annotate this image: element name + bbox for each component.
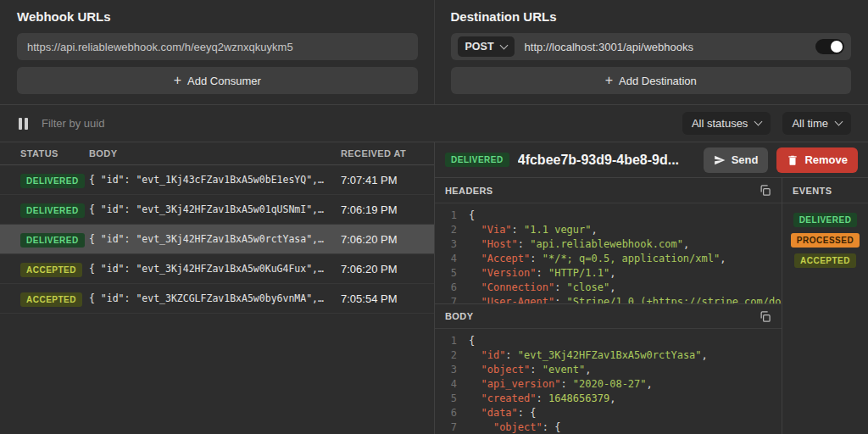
code-line: "id": "evt_3Kj42HFZav1BxA5w0rctYasa",: [435, 348, 782, 363]
code-line: "object": "event",: [435, 363, 782, 377]
webhook-urls-title: Webhook URLs: [17, 8, 418, 25]
events-column: EVENTS DELIVERED PROCESSED ACCEPTED: [782, 178, 868, 434]
requests-list: STATUS BODY RECEIVED AT DELIVERED { "id"…: [0, 142, 434, 434]
column-header-body: BODY: [89, 148, 341, 159]
table-row[interactable]: ACCEPTED { "id": "evt_3Kj42HFZav1BxA5w0K…: [0, 254, 434, 284]
events-section-header: EVENTS: [782, 178, 868, 203]
row-received-at: 7:06:20 PM: [341, 263, 434, 275]
row-received-at: 7:07:41 PM: [341, 174, 434, 186]
top-divider: [434, 0, 435, 104]
top-section: Webhook URLs https://api.reliablewebhook…: [0, 0, 868, 105]
filter-input[interactable]: [42, 117, 670, 130]
chevron-down-icon: [835, 118, 843, 126]
column-header-status: STATUS: [20, 148, 89, 159]
destination-row: POST http://localhost:3001/api/webhooks: [451, 33, 852, 60]
row-received-at: 7:05:54 PM: [341, 292, 434, 305]
status-badge: ACCEPTED: [20, 292, 82, 307]
destination-enabled-toggle[interactable]: [815, 39, 844, 54]
code-line: "Accept": "*/*; q=0.5, application/xml",: [435, 252, 782, 266]
headers-title: HEADERS: [445, 186, 493, 196]
events-title: EVENTS: [793, 186, 832, 196]
main-area: STATUS BODY RECEIVED AT DELIVERED { "id"…: [0, 142, 868, 434]
row-body-preview: { "id": "evt_3KZCGLFZav1BxA5w0by6vnMA",…: [89, 292, 341, 304]
column-header-received: RECEIVED AT: [341, 148, 434, 159]
destination-url-value: http://localhost:3001/api/webhooks: [525, 41, 807, 53]
event-badge: PROCESSED: [791, 233, 860, 248]
webhook-url-field[interactable]: https://api.reliablewebhook.com/h/eeyq2w…: [17, 33, 418, 60]
status-filter-value: All statuses: [692, 117, 748, 130]
code-line: "Version": "HTTP/1.1",: [435, 266, 782, 281]
remove-label: Remove: [804, 153, 848, 166]
code-line: "created": 1648656379,: [435, 392, 782, 406]
code-line: {: [435, 209, 782, 223]
send-button[interactable]: Send: [704, 147, 769, 173]
code-line: "Connection": "close",: [435, 281, 782, 295]
time-filter-value: All time: [792, 117, 828, 130]
webhook-urls-panel: Webhook URLs https://api.reliablewebhook…: [17, 8, 418, 94]
send-icon: [714, 154, 726, 166]
destination-urls-title: Destination URLs: [451, 8, 852, 25]
chevron-down-icon: [754, 118, 763, 126]
code-line: "Host": "api.reliablewebhook.com",: [435, 237, 782, 252]
headers-section-header: HEADERS: [435, 178, 782, 203]
request-detail-pane: DELIVERED 4fcbee7b-93d9-4be8-9d... Send …: [434, 142, 868, 434]
trash-icon: [787, 154, 798, 166]
code-line: "object": {: [435, 420, 782, 434]
detail-header: DELIVERED 4fcbee7b-93d9-4be8-9d... Send …: [435, 142, 868, 178]
code-line: "data": {: [435, 406, 782, 420]
table-row-selected[interactable]: DELIVERED { "id": "evt_3Kj42HFZav1BxA5w0…: [0, 225, 434, 254]
status-badge: ACCEPTED: [20, 263, 82, 277]
event-badge: ACCEPTED: [794, 253, 856, 268]
status-filter-dropdown[interactable]: All statuses: [682, 112, 771, 135]
copy-headers-button[interactable]: [759, 184, 771, 197]
row-body-preview: { "id": "evt_3Kj42HFZav1BxA5w0rctYasa",…: [89, 233, 341, 245]
table-row[interactable]: ACCEPTED { "id": "evt_3KZCGLFZav1BxA5w0b…: [0, 284, 434, 314]
add-destination-button[interactable]: + Add Destination: [451, 67, 852, 94]
row-received-at: 7:06:19 PM: [341, 203, 434, 216]
body-section-header: BODY: [435, 303, 782, 329]
add-consumer-label: Add Consumer: [187, 75, 261, 87]
status-badge: DELIVERED: [20, 203, 85, 218]
chevron-down-icon: [499, 41, 508, 49]
code-line: "api_version": "2020-08-27",: [435, 377, 782, 392]
detail-left-column: HEADERS { "Via": "1.1 vegur", "Host": "a…: [435, 178, 782, 434]
remove-button[interactable]: Remove: [776, 147, 858, 173]
destination-urls-panel: Destination URLs POST http://localhost:3…: [451, 8, 852, 94]
webhook-url-value: https://api.reliablewebhook.com/h/eeyq2w…: [27, 41, 293, 53]
copy-body-button[interactable]: [759, 310, 771, 323]
pause-button[interactable]: [17, 116, 30, 131]
detail-body: HEADERS { "Via": "1.1 vegur", "Host": "a…: [435, 178, 868, 434]
code-line: {: [435, 334, 782, 348]
detail-status-badge: DELIVERED: [445, 153, 509, 167]
table-row[interactable]: DELIVERED { "id": "evt_3Kj42HFZav1BxA5w0…: [0, 195, 434, 225]
method-select[interactable]: POST: [458, 36, 515, 57]
method-value: POST: [465, 41, 494, 53]
request-uuid-title: 4fcbee7b-93d9-4be8-9d...: [518, 153, 695, 168]
row-received-at: 7:06:20 PM: [341, 233, 434, 246]
event-badge: DELIVERED: [793, 213, 858, 227]
send-label: Send: [732, 153, 759, 166]
status-badge: DELIVERED: [20, 174, 85, 188]
filter-toolbar: All statuses All time: [0, 105, 868, 142]
row-body-preview: { "id": "evt_3Kj42HFZav1BxA5w0KuG4Fux",…: [89, 263, 341, 275]
time-filter-dropdown[interactable]: All time: [782, 112, 851, 135]
body-code-block[interactable]: { "id": "evt_3Kj42HFZav1BxA5w0rctYasa", …: [435, 329, 782, 434]
code-line: "Via": "1.1 vegur",: [435, 223, 782, 237]
add-destination-label: Add Destination: [619, 75, 697, 87]
table-row[interactable]: DELIVERED { "id": "evt_1Kj43cFZav1BxA5w0…: [0, 165, 434, 195]
table-header: STATUS BODY RECEIVED AT: [0, 142, 434, 165]
row-body-preview: { "id": "evt_3Kj42HFZav1BxA5w01qUSNmI",…: [89, 203, 341, 215]
plus-icon: +: [605, 74, 613, 87]
plus-icon: +: [174, 74, 181, 87]
row-body-preview: { "id": "evt_1Kj43cFZav1BxA5w0bE1esYQ",…: [89, 174, 341, 186]
events-list: DELIVERED PROCESSED ACCEPTED: [782, 203, 868, 277]
body-title: BODY: [445, 311, 473, 321]
code-line: "User-Agent": "Stripe/1.0 (+https://stri…: [435, 295, 782, 303]
add-consumer-button[interactable]: + Add Consumer: [17, 67, 418, 94]
headers-code-block[interactable]: { "Via": "1.1 vegur", "Host": "api.relia…: [435, 203, 782, 303]
status-badge: DELIVERED: [20, 233, 85, 248]
